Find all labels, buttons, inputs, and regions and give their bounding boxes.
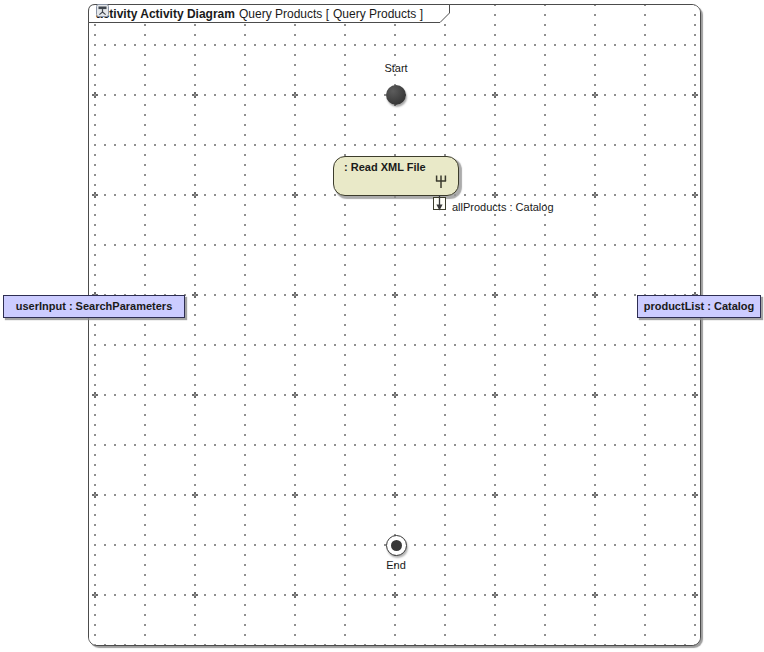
action-read-xml-file[interactable]: : Read XML File bbox=[333, 156, 459, 196]
final-node-label: End bbox=[361, 559, 431, 571]
activity-parameter-userinput[interactable]: userInput : SearchParameters bbox=[3, 295, 185, 318]
activity-diagram-icon bbox=[96, 4, 109, 17]
output-pin[interactable] bbox=[433, 195, 447, 213]
frame-heading[interactable]: activity Activity Diagram Query Products… bbox=[88, 4, 450, 23]
heading-diagram-name: Query Products [ bbox=[239, 7, 329, 21]
activity-diagram-editor: activity Activity Diagram Query Products… bbox=[0, 0, 764, 652]
initial-node[interactable] bbox=[386, 85, 406, 105]
heading-keyword: activity Activity Diagram bbox=[96, 7, 235, 21]
final-node[interactable] bbox=[386, 535, 407, 556]
output-pin-label: allProducts : Catalog bbox=[452, 201, 554, 213]
rake-icon bbox=[435, 175, 447, 189]
activity-parameter-productlist[interactable]: productList : Catalog bbox=[637, 295, 761, 318]
final-node-dot bbox=[391, 540, 402, 551]
heading-context-name: Query Products ] bbox=[333, 7, 423, 21]
frame-heading-text: activity Activity Diagram Query Products… bbox=[96, 4, 423, 23]
action-label: : Read XML File bbox=[334, 161, 458, 173]
initial-node-label: Start bbox=[361, 62, 431, 74]
